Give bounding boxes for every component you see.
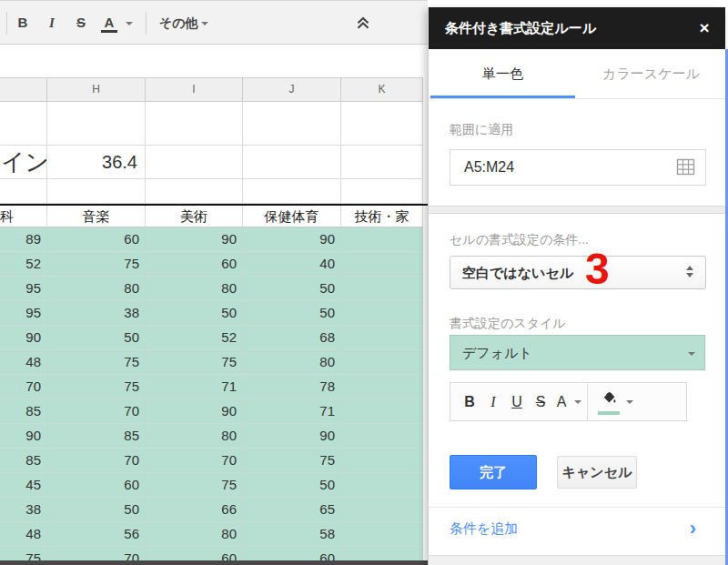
table-cell[interactable]: 38 xyxy=(0,498,47,522)
strikethrough-button[interactable]: S xyxy=(71,11,91,35)
chevron-right-icon[interactable]: › xyxy=(690,517,696,540)
bold-button[interactable]: B xyxy=(458,384,481,420)
bold-button[interactable]: B xyxy=(13,11,33,35)
table-cell[interactable]: 60 xyxy=(146,547,243,561)
table-cell[interactable] xyxy=(341,498,423,522)
table-cell[interactable]: 70 xyxy=(47,449,146,473)
style-select[interactable]: デフォルト xyxy=(450,335,705,370)
table-cell[interactable]: 75 xyxy=(0,547,47,561)
table-cell[interactable]: 50 xyxy=(146,301,243,326)
table-cell[interactable]: 50 xyxy=(243,301,341,326)
subject-header-cell[interactable]: 技術・家 xyxy=(341,206,423,227)
fill-color-button[interactable] xyxy=(595,384,622,420)
table-cell[interactable]: 56 xyxy=(47,522,146,547)
table-cell[interactable] xyxy=(341,522,423,547)
table-cell[interactable]: 90 xyxy=(0,424,47,449)
table-cell[interactable] xyxy=(146,179,243,204)
subject-header-cell[interactable]: 保健体育 xyxy=(243,206,341,227)
underline-button[interactable]: U xyxy=(505,384,529,420)
subject-header-cell[interactable]: 音楽 xyxy=(47,206,146,227)
table-cell[interactable] xyxy=(341,301,423,326)
table-cell[interactable] xyxy=(243,102,341,146)
text-color-button[interactable]: A xyxy=(552,384,571,420)
table-cell[interactable] xyxy=(146,146,243,179)
passing-line-value-cell[interactable]: 36.4 xyxy=(47,146,146,179)
table-cell[interactable]: 90 xyxy=(146,399,243,424)
table-cell[interactable]: 52 xyxy=(0,252,47,277)
table-cell[interactable]: 80 xyxy=(146,424,243,449)
table-cell[interactable]: 80 xyxy=(243,350,341,375)
table-cell[interactable] xyxy=(341,227,423,252)
table-cell[interactable]: 68 xyxy=(243,326,341,350)
column-header[interactable]: K xyxy=(341,78,423,101)
table-cell[interactable]: 50 xyxy=(47,326,146,350)
text-color-dropdown-icon[interactable] xyxy=(124,11,135,35)
table-cell[interactable]: 71 xyxy=(243,399,341,424)
subject-header-cell[interactable]: 科 xyxy=(0,206,47,227)
table-cell[interactable] xyxy=(47,179,146,204)
italic-button[interactable]: I xyxy=(42,11,62,35)
table-cell[interactable]: 50 xyxy=(243,277,341,301)
table-cell[interactable]: 45 xyxy=(0,473,47,498)
table-cell[interactable] xyxy=(47,102,146,146)
table-cell[interactable]: 90 xyxy=(243,227,341,252)
table-cell[interactable]: 70 xyxy=(47,399,146,424)
table-cell[interactable]: 71 xyxy=(146,375,243,399)
table-cell[interactable]: 48 xyxy=(0,522,47,547)
table-cell[interactable]: 60 xyxy=(47,473,146,498)
passing-line-label-cell[interactable]: イン xyxy=(0,146,47,179)
table-cell[interactable]: 75 xyxy=(47,252,146,277)
table-cell[interactable] xyxy=(341,424,423,449)
column-header[interactable] xyxy=(0,78,47,101)
table-cell[interactable]: 80 xyxy=(146,522,243,547)
table-cell[interactable] xyxy=(243,146,341,179)
table-cell[interactable]: 40 xyxy=(243,252,341,277)
table-cell[interactable]: 75 xyxy=(146,350,243,375)
table-cell[interactable]: 85 xyxy=(47,424,146,449)
table-cell[interactable] xyxy=(341,350,423,375)
table-cell[interactable]: 80 xyxy=(47,277,146,301)
table-cell[interactable]: 85 xyxy=(0,399,47,424)
column-header[interactable]: H xyxy=(47,78,146,101)
tab-color-scale[interactable]: カラースケール xyxy=(577,49,725,98)
close-icon[interactable]: × xyxy=(694,7,714,49)
table-cell[interactable]: 90 xyxy=(243,424,341,449)
table-cell[interactable] xyxy=(341,399,423,424)
subject-header-cell[interactable]: 美術 xyxy=(146,206,243,227)
table-cell[interactable]: 78 xyxy=(243,375,341,399)
table-cell[interactable]: 85 xyxy=(0,449,47,473)
table-cell[interactable] xyxy=(341,375,423,399)
table-cell[interactable]: 50 xyxy=(47,498,146,522)
table-cell[interactable] xyxy=(341,146,423,179)
table-cell[interactable]: 38 xyxy=(47,301,146,326)
table-cell[interactable] xyxy=(341,252,423,277)
table-cell[interactable]: 58 xyxy=(243,522,341,547)
table-cell[interactable]: 60 xyxy=(47,227,146,252)
add-rule-link[interactable]: 条件を追加 xyxy=(450,520,518,538)
italic-button[interactable]: I xyxy=(481,384,505,420)
table-cell[interactable] xyxy=(341,449,423,473)
table-cell[interactable] xyxy=(341,326,423,350)
table-cell[interactable]: 60 xyxy=(243,547,341,561)
table-cell[interactable] xyxy=(341,179,423,204)
table-cell[interactable] xyxy=(341,102,423,146)
range-input[interactable]: A5:M24 xyxy=(450,149,706,186)
table-cell[interactable]: 70 xyxy=(47,547,146,561)
table-cell[interactable]: 75 xyxy=(146,473,243,498)
table-cell[interactable]: 66 xyxy=(146,498,243,522)
condition-select[interactable]: 空白ではないセル xyxy=(450,256,706,289)
table-cell[interactable]: 52 xyxy=(146,326,243,350)
done-button[interactable]: 完了 xyxy=(450,455,537,489)
table-cell[interactable]: 65 xyxy=(243,498,341,522)
table-cell[interactable]: 75 xyxy=(243,449,341,473)
table-cell[interactable]: 95 xyxy=(0,301,47,326)
table-cell[interactable] xyxy=(341,473,423,498)
table-cell[interactable] xyxy=(146,102,243,146)
collapse-toolbar-icon[interactable] xyxy=(353,13,373,33)
text-color-button[interactable]: A xyxy=(98,11,120,35)
table-cell[interactable]: 48 xyxy=(0,350,47,375)
column-header[interactable]: J xyxy=(243,78,341,101)
table-cell[interactable]: 90 xyxy=(146,227,243,252)
select-range-grid-icon[interactable] xyxy=(676,158,695,179)
cancel-button[interactable]: キャンセル xyxy=(557,456,637,489)
